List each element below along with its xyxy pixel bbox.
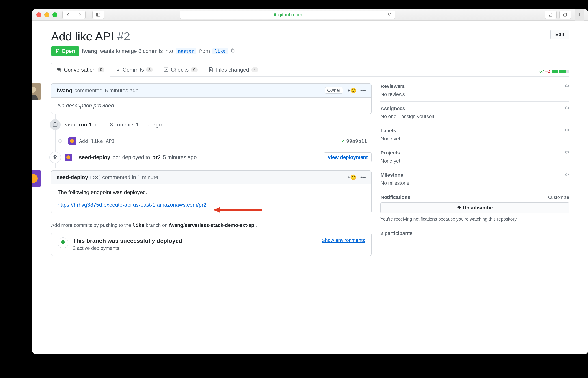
comment-menu-button[interactable]: •••	[360, 87, 366, 94]
tab-conversation[interactable]: Conversation 0	[51, 63, 110, 77]
comment-time[interactable]: 5 minutes ago	[105, 87, 139, 94]
rocket-icon	[49, 151, 61, 163]
commit-hash[interactable]: ✓ 99a9b11	[341, 138, 372, 144]
pr-meta: Open fwang wants to merge 8 commits into…	[51, 46, 569, 56]
close-window-button[interactable]	[36, 12, 41, 17]
deploy-author-avatar[interactable]	[65, 154, 72, 161]
comment-body: The following endpoint was deployed. htt…	[51, 184, 371, 213]
url-bar[interactable]: github.com	[180, 11, 395, 19]
gear-icon[interactable]	[565, 172, 569, 178]
nav-buttons	[62, 11, 86, 19]
pr-author[interactable]: fwang	[82, 48, 97, 54]
svg-rect-3	[232, 49, 234, 53]
back-button[interactable]	[62, 11, 74, 19]
comment: seed-deploy bot commented in 1 minute +🙂…	[51, 170, 372, 213]
tabs-button[interactable]	[559, 11, 571, 19]
sidebar-section-body: No reviews	[380, 92, 569, 97]
add-reaction-button[interactable]: +🙂	[347, 88, 356, 94]
compare-branch[interactable]: like	[212, 48, 228, 54]
unsubscribe-button[interactable]: Unsubscribe	[380, 202, 569, 213]
avatar-image	[32, 83, 41, 100]
commit-author-avatar[interactable]	[68, 137, 76, 145]
tab-checks[interactable]: Checks 0	[158, 63, 203, 76]
browser-window: github.com + Add like API #2 Edit	[32, 9, 588, 354]
comment-verb: commented in 1 minute	[102, 174, 158, 180]
tab-checks-count: 0	[191, 67, 198, 72]
sidebar-toggle-button[interactable]	[92, 11, 104, 19]
url-text: github.com	[278, 12, 302, 18]
show-environments-link[interactable]: Show environments	[322, 237, 365, 243]
sidebar-section-title: Labels	[380, 128, 396, 134]
comment-header: fwang commented 5 minutes ago Owner +🙂 •…	[51, 84, 371, 97]
sidebar-section-title: Reviewers	[380, 83, 405, 89]
comment-author[interactable]: seed-deploy	[57, 174, 88, 180]
tab-files[interactable]: Files changed 4	[203, 63, 263, 76]
pr-title: Add like API #2	[51, 30, 130, 43]
commit-message[interactable]: Add like API	[79, 138, 115, 144]
timeline-commits-event: seed-run-1 added 8 commits 1 hour ago	[60, 114, 372, 135]
gear-icon[interactable]	[565, 106, 569, 111]
tab-checks-label: Checks	[171, 67, 189, 73]
deploy-time: 5 minutes ago	[163, 154, 197, 161]
customize-link[interactable]: Customize	[548, 195, 569, 200]
copy-branch-icon[interactable]	[231, 48, 235, 54]
endpoint-link[interactable]: https://hrhvg3875d.execute-api.us-east-1…	[58, 202, 206, 208]
assign-yourself-link[interactable]: No one—assign yourself	[380, 114, 434, 119]
deploy-status-sub: 2 active deployments	[73, 245, 182, 251]
svg-rect-0	[96, 13, 100, 16]
minimize-window-button[interactable]	[44, 12, 49, 17]
discussion-column: fwang commented 5 minutes ago Owner +🙂 •…	[51, 83, 372, 256]
new-tab-button[interactable]: +	[575, 9, 584, 21]
window-controls	[36, 12, 57, 17]
deploy-event-text: seed-deploy bot deployed to pr2 5 minute…	[79, 152, 372, 162]
gear-icon[interactable]	[565, 150, 569, 156]
sidebar-section-title: 2 participants	[380, 230, 413, 236]
tab-commits-label: Commits	[123, 67, 144, 73]
sidebar-reviewers: Reviewers No reviews	[380, 83, 569, 102]
base-branch[interactable]: master	[176, 48, 196, 54]
avatar-image	[32, 170, 41, 187]
maximize-window-button[interactable]	[52, 12, 57, 17]
forward-button[interactable]	[74, 11, 86, 19]
sidebar-milestone: Milestone No milestone	[380, 168, 569, 190]
timeline-deploy-event: seed-deploy bot deployed to pr2 5 minute…	[60, 147, 372, 168]
diffstat: +67 −2	[537, 69, 569, 74]
check-success-icon: ✓	[341, 138, 344, 144]
svg-rect-2	[563, 14, 566, 16]
view-deployment-button[interactable]: View deployment	[324, 152, 372, 162]
timeline: seed-run-1 added 8 commits 1 hour ago Ad…	[60, 114, 372, 168]
sidebar-section-body: No milestone	[380, 180, 569, 186]
svg-rect-10	[53, 123, 57, 126]
timeline-event-text: seed-run-1 added 8 commits 1 hour ago	[65, 122, 162, 128]
event-author[interactable]: seed-run-1	[65, 122, 92, 128]
pr-header: Add like API #2 Edit	[51, 30, 569, 43]
diff-blocks	[551, 69, 569, 74]
share-button[interactable]	[545, 11, 557, 19]
diff-additions: +67	[537, 69, 544, 74]
commit-row: Add like API ✓ 99a9b11	[60, 135, 372, 147]
edit-button[interactable]: Edit	[550, 30, 569, 40]
deploy-text: deployed to	[122, 154, 150, 161]
comment-author-avatar[interactable]	[32, 83, 41, 100]
tab-commits[interactable]: Commits 8	[110, 63, 158, 76]
svg-marker-12	[213, 207, 220, 213]
sidebar-section-title: Projects	[380, 150, 400, 156]
comment-header: seed-deploy bot commented in 1 minute +🙂…	[51, 171, 371, 184]
add-reaction-button[interactable]: +🙂	[347, 175, 356, 180]
page-content: Add like API #2 Edit Open fwang wants to…	[32, 21, 588, 354]
gear-icon[interactable]	[565, 83, 569, 89]
comment-verb: commented	[74, 87, 102, 94]
comment-menu-button[interactable]: •••	[360, 174, 366, 180]
comment-author[interactable]: fwang	[57, 87, 72, 94]
gear-icon[interactable]	[565, 128, 569, 134]
sidebar-projects: Projects None yet	[380, 146, 569, 168]
reload-icon[interactable]	[388, 12, 392, 17]
titlebar-right	[545, 11, 571, 19]
push-hint: Add more commits by pushing to the like …	[51, 218, 372, 233]
comment-author-avatar[interactable]	[32, 170, 41, 187]
sidebar-section-body: None yet	[380, 158, 569, 164]
comment-body: No description provided.	[51, 97, 371, 114]
deploy-author[interactable]: seed-deploy	[79, 154, 110, 161]
sidebar-section-title: Milestone	[380, 172, 403, 178]
svg-point-4	[117, 69, 119, 71]
